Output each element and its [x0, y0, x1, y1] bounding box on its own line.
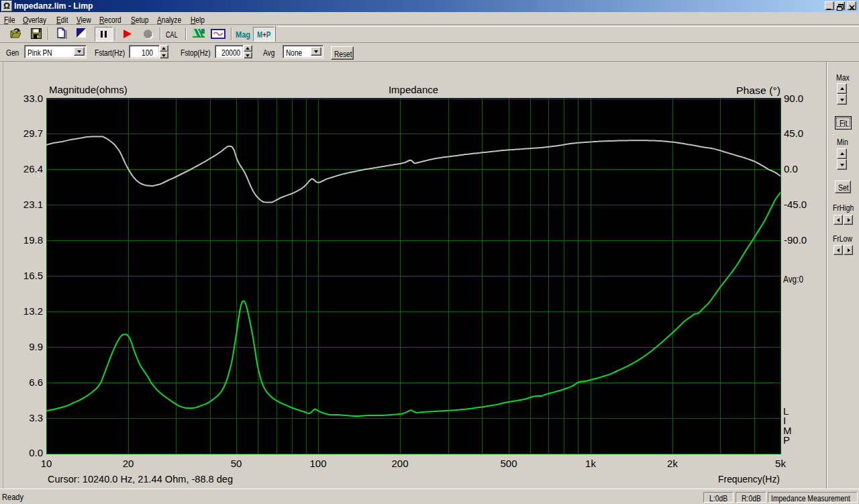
svg-text:10: 10: [41, 458, 52, 469]
svg-text:5k: 5k: [775, 458, 786, 469]
svg-text:20: 20: [123, 458, 134, 469]
svg-text:Frequency(Hz): Frequency(Hz): [718, 473, 780, 485]
svg-text:26.4: 26.4: [23, 163, 43, 174]
svg-text:Avg:0: Avg:0: [783, 273, 803, 285]
svg-text:2k: 2k: [667, 458, 678, 469]
svg-text:P: P: [783, 434, 790, 446]
svg-text:Phase (°): Phase (°): [736, 85, 780, 96]
svg-text:200: 200: [391, 458, 408, 469]
svg-text:Impedance: Impedance: [389, 84, 438, 95]
svg-text:16.5: 16.5: [23, 270, 43, 281]
svg-text:23.1: 23.1: [23, 199, 43, 210]
svg-text:-90.0: -90.0: [784, 234, 807, 246]
svg-text:100: 100: [309, 458, 326, 469]
svg-text:9.9: 9.9: [29, 341, 43, 352]
svg-text:1k: 1k: [585, 458, 596, 469]
svg-text:50: 50: [231, 458, 242, 469]
svg-text:Magnitude(ohms): Magnitude(ohms): [49, 84, 128, 95]
svg-text:45.0: 45.0: [784, 128, 803, 139]
svg-text:29.7: 29.7: [23, 128, 43, 139]
svg-text:33.0: 33.0: [23, 93, 43, 104]
svg-text:13.2: 13.2: [23, 305, 43, 317]
svg-text:6.6: 6.6: [29, 376, 43, 388]
svg-text:90.0: 90.0: [784, 93, 803, 104]
svg-text:3.3: 3.3: [29, 412, 43, 423]
svg-text:500: 500: [500, 458, 517, 469]
svg-text:0.0: 0.0: [784, 163, 798, 174]
svg-text:Cursor: 10240.0 Hz, 21.44 Ohm,: Cursor: 10240.0 Hz, 21.44 Ohm, -88.8 deg: [48, 473, 233, 485]
svg-text:0.0: 0.0: [29, 447, 43, 458]
svg-text:19.8: 19.8: [23, 234, 43, 246]
svg-text:-45.0: -45.0: [784, 199, 807, 210]
